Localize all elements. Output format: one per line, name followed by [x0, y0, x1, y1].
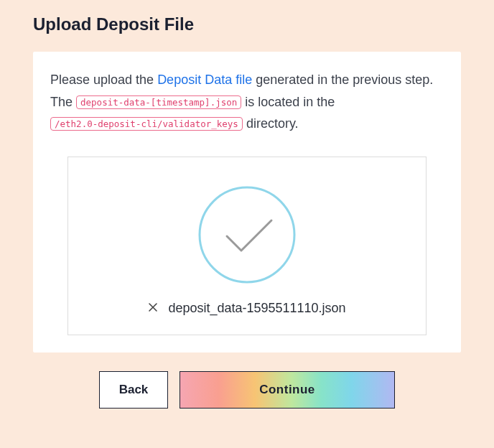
page-title: Upload Deposit File: [33, 14, 461, 34]
uploaded-file-name: deposit_data-1595511110.json: [168, 301, 345, 316]
button-row: Back Continue: [33, 353, 461, 409]
upload-card: Please upload the Deposit Data file gene…: [33, 52, 461, 353]
remove-file-button[interactable]: [148, 302, 158, 314]
back-button[interactable]: Back: [99, 371, 168, 409]
svg-point-0: [200, 187, 294, 282]
file-dropzone[interactable]: deposit_data-1595511110.json: [67, 157, 427, 335]
filename-code: deposit-data-[timestamp].json: [76, 95, 241, 109]
deposit-data-file-link[interactable]: Deposit Data file: [157, 73, 252, 87]
continue-button[interactable]: Continue: [180, 371, 395, 409]
instr-part3: is located in the: [241, 95, 335, 109]
success-check-icon: [197, 185, 297, 285]
instructions-text: Please upload the Deposit Data file gene…: [50, 69, 444, 135]
directory-code: /eth2.0-deposit-cli/validator_keys: [50, 117, 243, 131]
instr-part1: Please upload the: [50, 73, 157, 87]
instr-part4: directory.: [243, 116, 299, 131]
uploaded-file-row: deposit_data-1595511110.json: [148, 301, 345, 316]
close-icon: [148, 302, 158, 312]
